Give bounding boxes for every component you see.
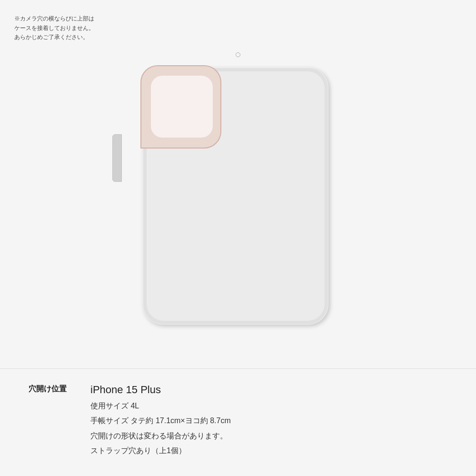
hole-position-label: 穴開け位置 [29, 383, 90, 394]
left-side-band [112, 134, 122, 182]
device-info: iPhone 15 Plus 使用サイズ 4L 手帳サイズ タテ約 17.1cm… [90, 383, 231, 457]
device-hole-note: 穴開けの形状は変わる場合があります。 [90, 430, 231, 442]
device-size-label: 使用サイズ 4L [90, 400, 231, 412]
case-illustration-area: ※カメラ穴の横ならびに上部は ケースを接着しておりません。 あらかじめご了承くだ… [0, 0, 476, 368]
device-strap-info: ストラップ穴あり（上1個） [90, 445, 231, 457]
device-dimensions: 手帳サイズ タテ約 17.1cm×ヨコ約 8.7cm [90, 415, 231, 427]
bottom-info-section: 穴開け位置 iPhone 15 Plus 使用サイズ 4L 手帳サイズ タテ約 … [0, 369, 476, 476]
camera-bump-inner [151, 76, 213, 138]
note-text-area: ※カメラ穴の横ならびに上部は ケースを接着しておりません。 あらかじめご了承くだ… [14, 14, 109, 42]
phone-case-illustration [119, 49, 357, 344]
device-name: iPhone 15 Plus [90, 383, 231, 397]
strap-hole [236, 52, 240, 57]
page-container: ※カメラ穴の横ならびに上部は ケースを接着しておりません。 あらかじめご了承くだ… [0, 0, 476, 476]
camera-note-text: ※カメラ穴の横ならびに上部は ケースを接着しておりません。 あらかじめご了承くだ… [14, 14, 109, 42]
phone-case-body [143, 68, 328, 325]
camera-bump [140, 65, 221, 149]
